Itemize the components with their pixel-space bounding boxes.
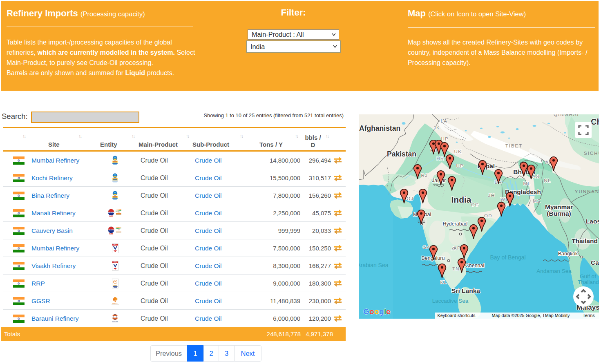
svg-text:Ch: Ch xyxy=(591,117,599,126)
svg-text:SICHUA: SICHUA xyxy=(584,151,599,156)
svg-text:Laccadive Sea: Laccadive Sea xyxy=(432,298,469,304)
svg-text:CPCL: CPCL xyxy=(109,233,113,234)
svg-text:G: G xyxy=(363,307,369,316)
svg-text:HPCL: HPCL xyxy=(113,244,116,246)
svg-text:UP: UP xyxy=(456,163,464,168)
svg-text:g: g xyxy=(379,307,384,316)
svg-text:CPCL: CPCL xyxy=(109,212,112,213)
svg-text:JH: JH xyxy=(488,193,495,198)
svg-text:NL: NL xyxy=(544,178,551,183)
svg-text:Gulf of: Gulf of xyxy=(580,273,596,279)
svg-text:QINGHAI: QINGHAI xyxy=(554,114,579,117)
svg-text:CG: CG xyxy=(471,202,479,207)
svg-text:GJ: GJ xyxy=(407,196,414,201)
svg-text:Thailand: Thailand xyxy=(572,237,598,244)
svg-text:Pakistan: Pakistan xyxy=(387,150,416,158)
svg-text:Laos: Laos xyxy=(586,218,599,225)
svg-text:Bangkok: Bangkok xyxy=(558,251,578,257)
svg-text:Andaman Sea: Andaman Sea xyxy=(536,268,572,274)
svg-text:HMEL: HMEL xyxy=(112,302,118,304)
svg-text:IndianOil: IndianOil xyxy=(112,321,118,323)
svg-text:(Burma): (Burma) xyxy=(547,210,571,217)
svg-text:LA: LA xyxy=(440,118,447,123)
svg-text:HPCL: HPCL xyxy=(113,261,116,263)
svg-text:India: India xyxy=(451,195,471,204)
svg-text:Bay of Bengal: Bay of Bengal xyxy=(490,254,525,261)
svg-text:Thailand: Thailand xyxy=(578,279,599,285)
svg-text:Hyderabad: Hyderabad xyxy=(442,221,467,227)
svg-text:Map data ©2025 Google, TMap Mo: Map data ©2025 Google, TMap Mobility xyxy=(492,313,570,318)
svg-text:70: 70 xyxy=(117,228,120,231)
svg-text:ML: ML xyxy=(523,181,531,186)
svg-text:RJ: RJ xyxy=(421,173,428,178)
svg-text:e: e xyxy=(386,307,391,316)
svg-text:CPCL: CPCL xyxy=(109,215,113,217)
svg-text:AP: AP xyxy=(454,246,461,250)
svg-text:Sri Lanka: Sri Lanka xyxy=(451,287,480,294)
svg-text:Keyboard shortcuts: Keyboard shortcuts xyxy=(437,313,476,318)
svg-text:Terms: Terms xyxy=(583,313,595,318)
svg-text:AS: AS xyxy=(532,174,540,179)
svg-text:YUNNAN: YUNNAN xyxy=(575,189,599,194)
svg-text:Myanmar: Myanmar xyxy=(545,203,573,210)
svg-text:TIBET: TIBET xyxy=(505,143,523,148)
svg-text:Arabian Sea: Arabian Sea xyxy=(359,262,389,268)
svg-text:Afghanistan: Afghanistan xyxy=(359,124,400,132)
svg-text:o: o xyxy=(369,307,374,316)
svg-text:KL: KL xyxy=(440,280,447,285)
svg-text:UK: UK xyxy=(454,149,462,154)
svg-text:Chennai: Chennai xyxy=(465,263,485,268)
svg-text:70: 70 xyxy=(117,211,120,213)
svg-text:MRPL: MRPL xyxy=(114,284,116,286)
svg-text:OD: OD xyxy=(484,213,492,218)
svg-text:o: o xyxy=(374,307,379,316)
svg-text:JK: JK xyxy=(433,125,440,130)
svg-text:CPCL: CPCL xyxy=(109,229,112,231)
svg-text:Ca: Ca xyxy=(591,259,599,266)
svg-text:HP: HP xyxy=(441,136,449,141)
svg-text:TN: TN xyxy=(452,266,460,271)
svg-text:MZ: MZ xyxy=(533,199,541,203)
svg-text:HR: HR xyxy=(436,156,445,161)
